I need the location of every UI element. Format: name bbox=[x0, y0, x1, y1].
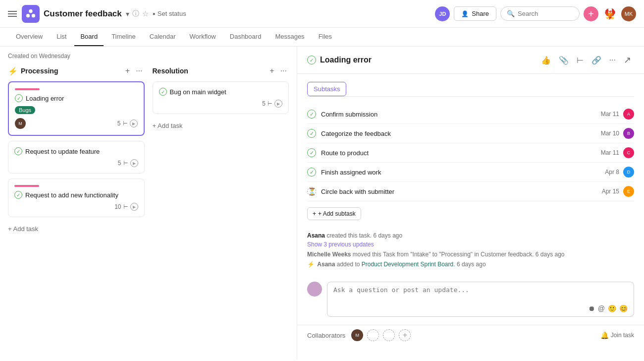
collab-avatar-1: M bbox=[351, 329, 363, 341]
project-title: Customer feedback bbox=[44, 9, 122, 19]
topbar: Customer feedback ▾ ⓘ ☆ Set status JD Sh… bbox=[0, 0, 644, 28]
add-subtask-label: + Add subtask bbox=[318, 210, 356, 217]
app-logo bbox=[22, 5, 40, 23]
collab-add-btn[interactable]: + bbox=[399, 329, 411, 341]
join-task-button[interactable]: 🔔 Join task bbox=[600, 331, 634, 339]
card-loading-error-footer: M 5 ⊢ ▶ bbox=[15, 118, 138, 129]
close-panel-button[interactable]: ↗ bbox=[621, 53, 634, 67]
subtask-avatar-categorize: B bbox=[623, 128, 634, 139]
created-info: Created on Wednesday bbox=[8, 53, 289, 60]
mention-btn[interactable]: @ bbox=[598, 304, 605, 312]
processing-add-task-btn[interactable]: + Add task bbox=[8, 222, 145, 236]
task-check-loading-error[interactable] bbox=[15, 94, 23, 102]
tab-list[interactable]: List bbox=[51, 28, 72, 46]
subtask-date-circle: Apr 15 bbox=[602, 188, 619, 195]
subtask-label-categorize: Categorize the feedback bbox=[321, 130, 601, 137]
tab-dashboard[interactable]: Dashboard bbox=[224, 28, 268, 46]
play-btn-2[interactable]: ▶ bbox=[130, 159, 138, 167]
card-title-new-func: Request to add new functionality bbox=[25, 191, 118, 199]
subtask-avatar-confirm: A bbox=[623, 109, 634, 120]
subtask-check-categorize[interactable] bbox=[307, 129, 316, 138]
task-check-new-func[interactable] bbox=[14, 191, 22, 199]
tab-board[interactable]: Board bbox=[74, 28, 104, 46]
subtask-date-finish: Apr 8 bbox=[605, 169, 619, 176]
search-box[interactable]: 🔍 bbox=[500, 6, 580, 21]
activity-add: ⚡ Asana added to Product Development Spr… bbox=[307, 260, 634, 269]
tab-files[interactable]: Files bbox=[313, 28, 338, 46]
resolution-column-title: Resolution bbox=[153, 67, 188, 75]
card-stats-update-feature: 5 ⊢ ▶ bbox=[118, 159, 138, 167]
dropdown-icon[interactable]: ▾ bbox=[126, 10, 129, 18]
add-subtask-button[interactable]: + + Add subtask bbox=[307, 207, 361, 220]
subtask-check-circle[interactable]: ⏳ bbox=[307, 187, 316, 196]
play-btn-bug[interactable]: ▶ bbox=[274, 100, 282, 108]
processing-more-btn[interactable]: ··· bbox=[134, 65, 144, 76]
panel-actions: 👍 📎 ⊢ 🔗 ··· ↗ bbox=[538, 53, 634, 67]
card-update-feature-footer: 5 ⊢ ▶ bbox=[14, 159, 138, 167]
resolution-column-header: Resolution + ··· bbox=[153, 65, 289, 76]
subtask-label-confirm: Confirm submission bbox=[321, 111, 601, 118]
star-icon[interactable]: ☆ bbox=[142, 9, 149, 18]
like-button[interactable]: 👍 bbox=[538, 54, 554, 67]
activity-move: Michelle Weeks moved this Task from "Int… bbox=[307, 250, 634, 259]
task-check-update-feature[interactable] bbox=[14, 147, 22, 155]
link-button[interactable]: 🔗 bbox=[589, 54, 604, 67]
tab-timeline[interactable]: Timeline bbox=[106, 28, 142, 46]
subtask-avatar-circle: E bbox=[623, 186, 634, 197]
subtask-label-finish: Finish assigned work bbox=[321, 169, 605, 176]
subtask-row-confirm[interactable]: Confirm submission Mar 11 A bbox=[307, 105, 634, 124]
left-panel: Created on Wednesday ⚡ Processing + ··· bbox=[0, 47, 297, 360]
card-title-row: Loading error bbox=[15, 94, 138, 102]
sprint-board-link[interactable]: Product Development Sprint Board. bbox=[362, 261, 455, 268]
resolution-add-task-btn[interactable]: + Add task bbox=[153, 119, 289, 132]
card-update-feature[interactable]: Request to update feature 5 ⊢ ▶ bbox=[8, 141, 145, 174]
subtask-row-route[interactable]: Route to product Mar 11 C bbox=[307, 143, 634, 163]
attach-button[interactable]: 📎 bbox=[556, 54, 572, 67]
tab-calendar[interactable]: Calendar bbox=[144, 28, 182, 46]
play-btn-3[interactable]: ▶ bbox=[130, 203, 138, 211]
resolution-add-btn[interactable]: + bbox=[268, 65, 276, 76]
search-input[interactable] bbox=[518, 10, 572, 17]
subtask-count-3: 10 bbox=[114, 203, 121, 210]
tab-overview[interactable]: Overview bbox=[10, 28, 49, 46]
comment-input[interactable] bbox=[333, 286, 628, 301]
subtask-row-circle[interactable]: ⏳ Circle back with submitter Apr 15 E bbox=[307, 182, 634, 201]
share-button[interactable]: Share bbox=[454, 6, 496, 21]
play-btn[interactable]: ▶ bbox=[130, 120, 138, 127]
right-panel: Loading error 👍 📎 ⊢ 🔗 ··· ↗ Subtasks Con… bbox=[297, 47, 644, 360]
menu-icon[interactable] bbox=[8, 9, 18, 19]
card-title-row-2: Request to update feature bbox=[14, 147, 138, 155]
more-button[interactable]: ··· bbox=[606, 54, 619, 66]
card-bar-2 bbox=[14, 185, 39, 187]
subtask-label-circle: Circle back with submitter bbox=[321, 188, 602, 195]
subtask-button[interactable]: ⊢ bbox=[574, 54, 587, 67]
sticker-btn[interactable]: 😊 bbox=[619, 304, 628, 312]
record-btn[interactable]: ⏺ bbox=[588, 304, 595, 312]
show-previous-updates[interactable]: Show 3 previous updates bbox=[307, 241, 634, 248]
subtask-check-confirm[interactable] bbox=[307, 110, 316, 119]
tab-workflow[interactable]: Workflow bbox=[184, 28, 222, 46]
resolution-more-btn[interactable]: ··· bbox=[278, 65, 289, 76]
panel-task-check[interactable] bbox=[307, 56, 316, 64]
card-new-functionality[interactable]: Request to add new functionality 10 ⊢ ▶ bbox=[8, 179, 145, 217]
card-stats-bug: 5 ⊢ ▶ bbox=[262, 100, 282, 108]
info-icon[interactable]: ⓘ bbox=[132, 9, 139, 18]
subtasks-tab[interactable]: Subtasks bbox=[307, 82, 346, 96]
comment-box[interactable]: ⏺ @ 🙂 😊 bbox=[327, 282, 634, 317]
move-ago: 6 days ago bbox=[536, 251, 565, 258]
set-status-btn[interactable]: Set status bbox=[153, 10, 186, 17]
subtask-row-categorize[interactable]: Categorize the feedback Mar 10 B bbox=[307, 124, 634, 143]
card-loading-error[interactable]: Loading error Bugs M 5 ⊢ ▶ bbox=[8, 81, 145, 136]
subtask-row-finish[interactable]: Finish assigned work Apr 8 D bbox=[307, 163, 634, 182]
card-title-row-bug: Bug on main widget bbox=[159, 88, 283, 96]
card-bug-widget[interactable]: Bug on main widget 5 ⊢ ▶ bbox=[153, 81, 289, 114]
subtask-check-route[interactable] bbox=[307, 148, 316, 157]
card-stats-new-func: 10 ⊢ ▶ bbox=[114, 203, 138, 211]
tab-messages[interactable]: Messages bbox=[269, 28, 310, 46]
avatar-main: MK bbox=[621, 6, 636, 21]
add-button[interactable]: + bbox=[584, 6, 598, 21]
task-check-bug[interactable] bbox=[159, 88, 167, 96]
subtask-check-finish[interactable] bbox=[307, 168, 316, 177]
emoji-btn[interactable]: 🙂 bbox=[608, 304, 616, 312]
processing-add-btn[interactable]: + bbox=[123, 65, 132, 76]
